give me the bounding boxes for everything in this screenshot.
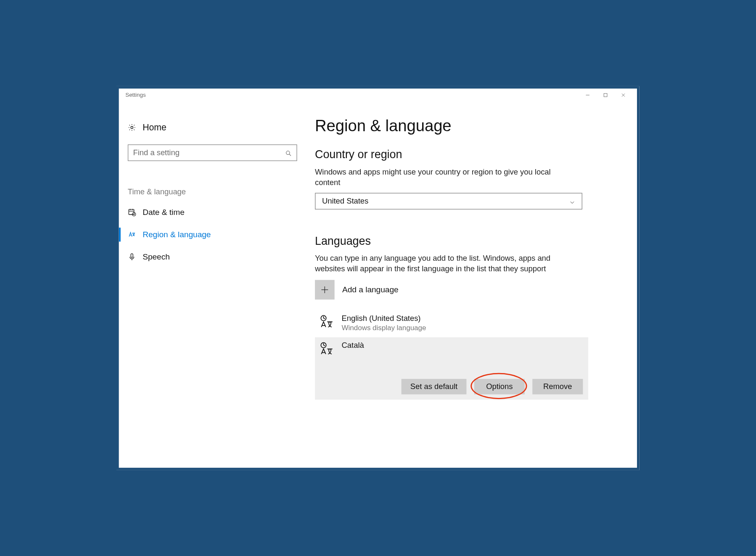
nav-section-label: Time & language (128, 187, 297, 196)
plus-icon (315, 280, 335, 300)
svg-rect-7 (129, 209, 134, 214)
window-title: Settings (125, 92, 146, 98)
close-button[interactable] (614, 89, 632, 101)
svg-line-20 (323, 318, 325, 319)
svg-line-23 (323, 345, 325, 346)
languages-heading: Languages (315, 234, 619, 247)
search-input[interactable]: Find a setting (128, 144, 297, 161)
svg-rect-14 (131, 254, 133, 257)
nav-item-label: Speech (143, 252, 170, 262)
region-heading: Country or region (315, 148, 619, 161)
language-item-catala[interactable]: Català Set as default Options Remove (315, 337, 588, 400)
region-description: Windows and apps might use your country … (315, 167, 571, 188)
calendar-clock-icon (128, 208, 136, 217)
nav-region-language[interactable]: Region & language (124, 223, 301, 246)
svg-line-6 (289, 154, 291, 156)
sidebar: Home Find a setting Time & language (119, 101, 306, 468)
language-action-row: Set as default Options Remove (319, 379, 583, 394)
language-name: English (United States) (342, 314, 426, 323)
country-selected: United States (322, 196, 368, 206)
settings-window: Settings Home (116, 86, 640, 470)
options-button[interactable]: Options (474, 379, 525, 394)
language-subtitle: Windows display language (342, 323, 426, 332)
microphone-icon (128, 253, 136, 261)
set-default-button[interactable]: Set as default (402, 379, 467, 394)
minimize-button[interactable] (579, 89, 596, 101)
languages-description: You can type in any language you add to … (315, 253, 571, 274)
window-controls (579, 89, 632, 101)
language-item-english[interactable]: English (United States) Windows display … (315, 308, 588, 337)
nav-date-time[interactable]: Date & time (124, 201, 301, 223)
language-glyph-icon (319, 342, 334, 356)
svg-rect-1 (604, 93, 607, 97)
nav-speech[interactable]: Speech (124, 246, 301, 268)
language-icon (128, 230, 136, 239)
maximize-button[interactable] (597, 89, 614, 101)
svg-point-4 (131, 126, 133, 128)
main-content: Region & language Country or region Wind… (306, 101, 637, 468)
search-placeholder: Find a setting (133, 148, 285, 157)
chevron-down-icon (569, 198, 575, 204)
titlebar: Settings (119, 88, 637, 101)
home-label: Home (143, 122, 167, 132)
country-dropdown[interactable]: United States (315, 193, 582, 209)
add-language-label: Add a language (342, 285, 399, 294)
nav-item-label: Date & time (143, 208, 185, 217)
gear-icon (128, 123, 136, 132)
svg-point-5 (286, 151, 290, 154)
page-title: Region & language (315, 116, 619, 135)
language-glyph-icon (319, 314, 334, 329)
language-name: Català (342, 341, 364, 350)
nav-item-label: Region & language (143, 230, 211, 239)
home-nav[interactable]: Home (124, 120, 301, 138)
remove-button[interactable]: Remove (532, 379, 583, 394)
search-icon (285, 149, 292, 156)
add-language-button[interactable]: Add a language (315, 280, 619, 300)
